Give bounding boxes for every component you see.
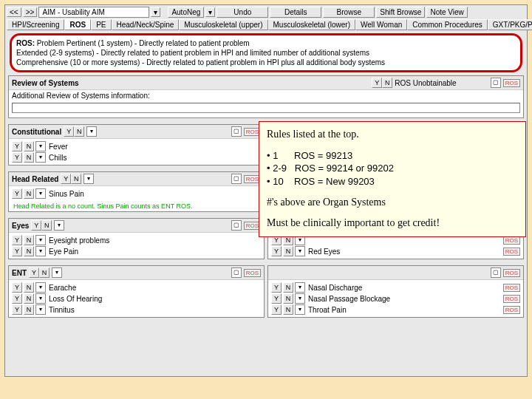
chills-y[interactable]: Y [12,152,22,163]
tab-well-woman[interactable]: Well Woman [355,19,407,30]
details-button[interactable]: Details [270,7,321,18]
nasalblock-n[interactable]: N [283,293,293,304]
ros-rule-3: Comprehensive (10 or more systems) - Dir… [16,58,516,67]
tab-common-procedures[interactable]: Common Procedures [407,19,487,30]
redeyes-dd[interactable]: ▾ [295,246,305,256]
redeyes-y[interactable]: Y [271,246,282,256]
throatpain-label: Throat Pain [307,306,502,314]
earache-dd[interactable]: ▾ [35,282,46,293]
eyepain-n[interactable]: N [24,246,34,256]
chills-dd[interactable]: ▾ [35,152,46,163]
ent-ros-chip[interactable]: ROS [244,269,261,277]
tab-pe[interactable]: PE [91,19,111,30]
ros-chip[interactable]: ROS [503,79,520,87]
head-note: Head Related is a no count. Sinus Pain c… [9,201,264,211]
eyepain-dd[interactable]: ▾ [35,246,46,256]
tab-msk-upper[interactable]: Musculoskeletal (upper) [179,19,267,30]
eyesight-n[interactable]: N [24,235,34,245]
sinuspain-label: Sinus Pain [47,190,261,198]
throatpain-n[interactable]: N [283,304,293,315]
head-related-panel: Head Related Y N ▾ ▢ ROS Y [8,171,265,212]
nasaldischarge-y[interactable]: Y [271,282,282,293]
tinnitus-dd[interactable]: ▾ [35,304,46,315]
ent-expand[interactable]: ▢ [231,267,242,278]
ent-right-ros-chip[interactable]: ROS [503,269,520,277]
hearingloss-n[interactable]: N [24,293,34,304]
fever-y[interactable]: Y [12,141,22,151]
eyes-y[interactable]: Y [31,220,41,231]
eyesight-dd[interactable]: ▾ [35,235,46,245]
additional-ros-input[interactable] [12,103,520,113]
shift-browse-button[interactable]: Shift Browse [376,7,425,18]
constitutional-title: Constitutional [12,128,61,136]
ros-prefix: ROS: [16,39,35,47]
eyes-expand[interactable]: ▢ [231,220,242,231]
nasalblock-y[interactable]: Y [271,293,282,304]
autoneg-dropdown[interactable]: ▾ [205,7,215,17]
browse-button[interactable]: Browse [323,7,375,18]
tinnitus-n[interactable]: N [24,304,34,315]
sinuspain-n[interactable]: N [24,188,34,199]
nasaldischarge-n[interactable]: N [283,282,293,293]
tab-head-neck-spine[interactable]: Head/Neck/Spine [112,19,180,30]
ent-right-expand[interactable]: ▢ [491,267,501,278]
fever-label: Fever [47,143,261,151]
throatpain-chip[interactable]: ROS [503,306,520,314]
note-view-button[interactable]: Note View [426,7,467,18]
nav-forward-button[interactable]: >> [23,7,38,17]
head-n[interactable]: N [71,174,81,184]
tab-ros[interactable]: ROS [64,19,91,30]
head-y[interactable]: Y [61,174,71,184]
ros-unobtainable-n[interactable]: N [382,78,392,88]
ros-unobtainable-y[interactable]: Y [372,78,382,88]
throatpain-dd[interactable]: ▾ [295,304,305,315]
ent-n[interactable]: N [39,267,50,278]
constitutional-n[interactable]: N [74,126,84,137]
nasalblock-chip[interactable]: ROS [503,295,520,303]
constitutional-y[interactable]: Y [64,126,74,137]
tab-msk-lower[interactable]: Musculoskeletal (lower) [268,19,355,30]
main-tabbar: HPI/Screening ROS PE Head/Neck/Spine Mus… [5,19,527,30]
ent-dd[interactable]: ▾ [52,267,62,278]
throatpain-y[interactable]: Y [271,304,282,315]
ent-y[interactable]: Y [29,267,39,278]
head-title: Head Related [12,175,58,183]
sinuspain-dd[interactable]: ▾ [35,188,46,199]
address-dropdown-button[interactable]: ▾ [151,7,160,17]
constitutional-dd[interactable]: ▾ [86,126,97,137]
chills-label: Chills [47,154,261,162]
autoneg-button[interactable]: AutoNeg [168,7,204,18]
undo-button[interactable]: Undo [216,7,268,18]
nav-back-button[interactable]: << [7,7,21,17]
eyes-n[interactable]: N [41,220,52,231]
redeyes-chip[interactable]: ROS [503,248,520,256]
eyesight-y[interactable]: Y [12,235,22,245]
sinuspain-y[interactable]: Y [12,188,22,199]
constitutional-expand[interactable]: ▢ [231,126,242,137]
hearingloss-y[interactable]: Y [12,293,22,304]
ros-unobtainable-expand[interactable]: ▢ [491,78,501,88]
fever-n[interactable]: N [24,141,34,151]
earache-label: Earache [47,284,261,292]
head-expand[interactable]: ▢ [231,174,242,184]
hearingloss-dd[interactable]: ▾ [35,293,46,304]
eyes-title: Eyes [12,222,29,230]
eyepain-y[interactable]: Y [12,246,22,256]
tinnitus-label: Tinnitus [47,306,261,314]
nasalblock-dd[interactable]: ▾ [295,293,305,304]
tab-gxt-pkg-pfts[interactable]: GXT/PKG/PFTs/Others [488,19,532,30]
eyes-dd[interactable]: ▾ [54,220,64,231]
earache-n[interactable]: N [24,282,34,293]
redeyes-n[interactable]: N [283,246,293,256]
tab-hpi-screening[interactable]: HPI/Screening [7,19,64,30]
callout-heading: Rules listed at the top. [267,128,518,142]
earache-y[interactable]: Y [12,282,22,293]
fever-dd[interactable]: ▾ [35,141,46,151]
callout-bullet-2: • 2-9 ROS = 99214 or 99202 [267,162,518,175]
head-dd[interactable]: ▾ [83,174,94,184]
nasaldischarge-chip[interactable]: ROS [503,284,520,292]
nasaldischarge-dd[interactable]: ▾ [295,282,305,293]
tinnitus-y[interactable]: Y [12,304,22,315]
chills-n[interactable]: N [24,152,34,163]
address-box[interactable]: AIM - Usability AIM [38,7,149,18]
